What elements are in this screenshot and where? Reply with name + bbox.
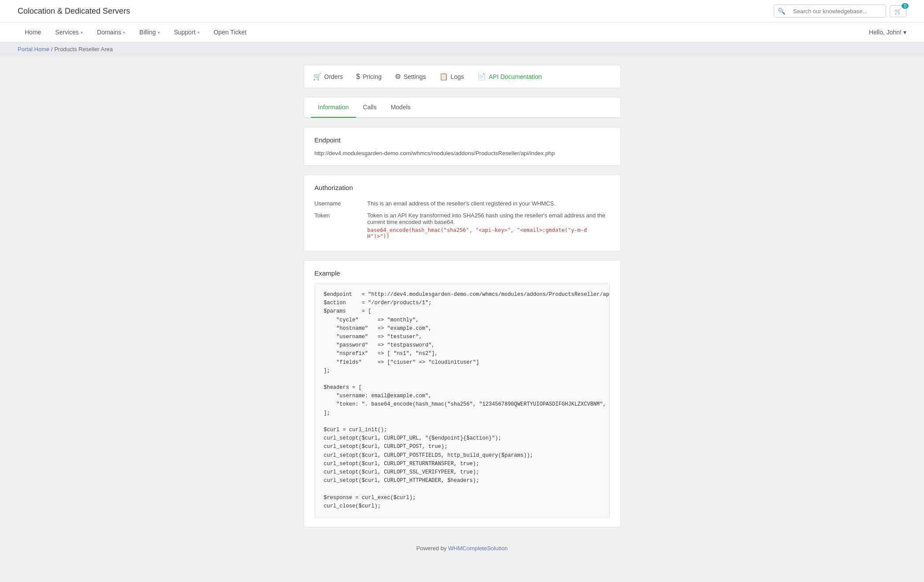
toolbar-logs[interactable]: 📋 Logs: [439, 72, 464, 81]
chevron-down-icon: ▾: [81, 30, 83, 35]
cart-button[interactable]: 🛒 0: [890, 5, 906, 17]
api-docs-icon: 📄: [477, 72, 486, 81]
toolbar-settings[interactable]: ⚙ Settings: [395, 72, 426, 81]
nav-item-billing[interactable]: Billing ▾: [132, 22, 167, 42]
nav-item-open-ticket[interactable]: Open Ticket: [207, 22, 254, 42]
auth-desc-username: This is an email address of the reseller…: [367, 198, 610, 209]
footer-link[interactable]: WHMCompleteSolution: [448, 545, 508, 552]
search-area: 🔍 🛒 0: [774, 4, 906, 18]
top-bar: Colocation & Dedicated Servers 🔍 🛒 0: [0, 0, 924, 22]
footer: Powered by WHMCompleteSolution: [0, 536, 924, 560]
footer-text: Powered by: [416, 545, 448, 552]
endpoint-title: Endpoint: [315, 136, 610, 144]
authorization-table: Username This is an email address of the…: [315, 198, 610, 242]
chevron-down-icon: ▾: [903, 29, 906, 36]
nav-links: Home Services ▾ Domains ▾ Billing ▾ Supp…: [18, 22, 253, 42]
auth-token-code: base64_encode(hash_hmac("sha256", "<api-…: [367, 227, 610, 239]
endpoint-section: Endpoint http://dev4.modulesgarden-demo.…: [304, 127, 621, 166]
nav-item-domains[interactable]: Domains ▾: [90, 22, 132, 42]
toolbar-pricing[interactable]: $ Pricing: [356, 73, 382, 81]
authorization-title: Authorization: [315, 184, 610, 191]
example-code: $endpoint = "http://dev4.modulesgarden-d…: [315, 283, 610, 518]
tab-information[interactable]: Information: [311, 97, 356, 118]
search-input[interactable]: [789, 5, 886, 17]
tabs-header: Information Calls Models: [304, 97, 620, 118]
user-menu[interactable]: Hello, John! ▾: [869, 29, 906, 36]
cart-badge: 0: [902, 3, 909, 9]
auth-label-token: Token: [315, 209, 367, 242]
search-box: 🔍: [774, 4, 886, 18]
nav-bar: Home Services ▾ Domains ▾ Billing ▾ Supp…: [0, 22, 924, 42]
nav-item-home[interactable]: Home: [18, 22, 48, 42]
breadcrumb-home-link[interactable]: Portal Home: [18, 46, 49, 52]
auth-desc-token: Token is an API Key transformed into SHA…: [367, 209, 610, 242]
authorization-section: Authorization Username This is an email …: [304, 175, 621, 251]
auth-row-token: Token Token is an API Key transformed in…: [315, 209, 610, 242]
logs-icon: 📋: [439, 72, 448, 81]
orders-icon: 🛒: [313, 72, 322, 81]
search-icon[interactable]: 🔍: [774, 5, 789, 17]
chevron-down-icon: ▾: [158, 30, 160, 35]
example-section: Example $endpoint = "http://dev4.modules…: [304, 260, 621, 527]
breadcrumb-current: Products Reseller Area: [54, 46, 113, 52]
toolbar-card: 🛒 Orders $ Pricing ⚙ Settings 📋 Logs 📄 A…: [304, 65, 621, 88]
nav-item-services[interactable]: Services ▾: [48, 22, 90, 42]
example-title: Example: [315, 269, 610, 277]
tabs-card: Information Calls Models: [304, 97, 621, 118]
auth-label-username: Username: [315, 198, 367, 209]
tab-calls[interactable]: Calls: [356, 97, 384, 118]
endpoint-url: http://dev4.modulesgarden-demo.com/whmcs…: [315, 150, 610, 157]
chevron-down-icon: ▾: [197, 30, 200, 35]
breadcrumb: Portal Home / Products Reseller Area: [0, 42, 924, 56]
chevron-down-icon: ▾: [123, 30, 125, 35]
nav-item-support[interactable]: Support ▾: [167, 22, 207, 42]
pricing-icon: $: [356, 73, 360, 81]
site-title: Colocation & Dedicated Servers: [18, 7, 130, 16]
toolbar-orders[interactable]: 🛒 Orders: [313, 72, 343, 81]
toolbar-api-docs[interactable]: 📄 API Documentation: [477, 72, 542, 81]
main-content: 🛒 Orders $ Pricing ⚙ Settings 📋 Logs 📄 A…: [295, 65, 630, 527]
auth-row-username: Username This is an email address of the…: [315, 198, 610, 209]
tab-models[interactable]: Models: [384, 97, 418, 118]
breadcrumb-separator: /: [51, 46, 53, 52]
settings-icon: ⚙: [395, 72, 401, 81]
